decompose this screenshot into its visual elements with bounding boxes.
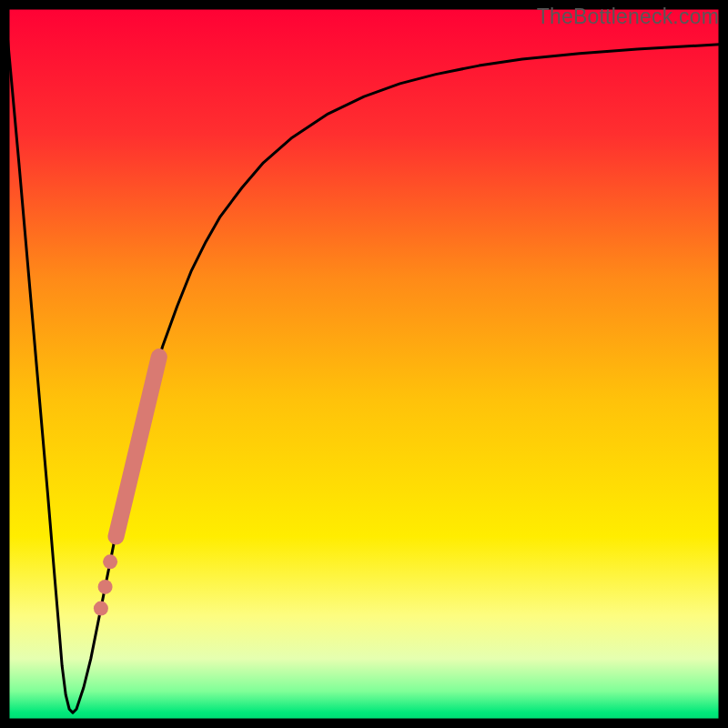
gradient-background	[5, 5, 723, 723]
bottleneck-chart: TheBottleneck.com	[0, 0, 728, 728]
svg-point-3	[94, 602, 108, 616]
chart-canvas	[0, 0, 728, 728]
watermark-label: TheBottleneck.com	[537, 5, 719, 29]
svg-point-1	[103, 554, 117, 569]
svg-point-2	[98, 580, 113, 594]
